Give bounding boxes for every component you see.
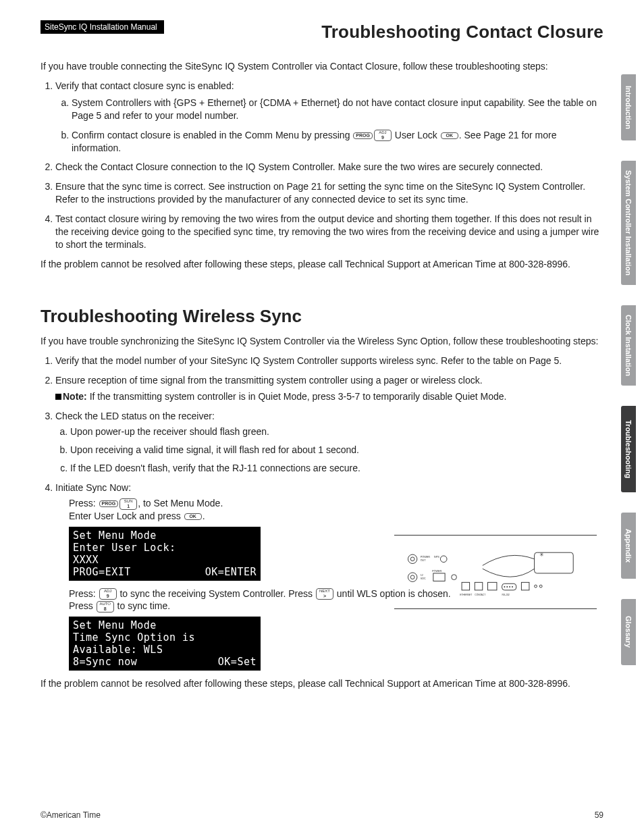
list-item: Ensure reception of time signal from the… — [55, 374, 603, 404]
svg-point-18 — [506, 586, 508, 588]
section2-list: Verify that the model number of your Sit… — [41, 355, 603, 671]
svg-text:CONTACT: CONTACT — [475, 594, 485, 596]
item-text: Verify that contact closure sync is enab… — [55, 80, 234, 91]
prog-key-icon: PROG — [99, 500, 119, 507]
section1-list: Verify that contact closure sync is enab… — [41, 80, 603, 251]
enter-text: . — [203, 511, 205, 521]
item-text: Confirm contact closure is enabled in th… — [72, 130, 352, 140]
item-text: User Lock — [392, 130, 440, 140]
lcd-line: 8=Sync now — [73, 656, 137, 668]
section2-intro: If you have trouble synchronizing the Si… — [41, 335, 603, 348]
svg-point-6 — [408, 573, 417, 581]
note-label: Note: — [63, 391, 87, 402]
footer-copyright: ©American Time — [41, 810, 101, 820]
press-text: to sync time. — [115, 600, 170, 611]
svg-point-19 — [509, 586, 510, 588]
page-number: 59 — [595, 810, 603, 820]
press-text: Press: — [69, 498, 99, 509]
list-item: Check the Contact Closure connection to … — [55, 161, 603, 174]
svg-rect-14 — [475, 582, 483, 590]
section2-outro: If the problem cannot be resolved after … — [41, 677, 603, 690]
press-text: Press: — [69, 588, 99, 599]
lcd-display: Set Menu Mode Enter User Lock: XXXX PROG… — [69, 527, 261, 581]
svg-text:✳: ✳ — [539, 552, 544, 558]
tab-appendix[interactable]: Appendix — [621, 513, 636, 579]
svg-text:POWER: POWER — [432, 570, 442, 573]
list-item: Verify that contact closure sync is enab… — [55, 80, 603, 154]
tab-troubleshooting[interactable]: Troubleshooting — [621, 406, 636, 492]
lcd-line: Enter User Lock: — [73, 542, 257, 554]
ok-key-icon: OK — [441, 132, 458, 139]
lcd-display: Set Menu Mode Time Sync Option is Availa… — [69, 617, 261, 671]
list-item: If the LED doesn't flash, verify that th… — [70, 462, 603, 475]
section2-title: Troubleshooting Wireless Sync — [41, 305, 603, 328]
next-key-icon: NEXT> — [316, 588, 333, 600]
list-item: Verify that the model number of your Sit… — [55, 355, 603, 367]
svg-rect-10 — [433, 573, 445, 581]
adj9-key-icon: ADJ9 — [99, 588, 117, 600]
list-item: Ensure that the sync time is correct. Se… — [55, 180, 603, 206]
tab-introduction[interactable]: Introduction — [621, 74, 636, 140]
svg-text:12: 12 — [421, 574, 423, 577]
svg-point-20 — [512, 586, 513, 588]
list-item: Upon receiving a valid time signal, it w… — [70, 444, 603, 457]
svg-point-12 — [452, 575, 457, 580]
svg-text:RS-232: RS-232 — [502, 594, 510, 596]
page-title: Troubleshooting Contact Closure — [321, 20, 603, 44]
lcd-line: Available: WLS — [73, 644, 257, 656]
svg-point-22 — [535, 585, 537, 588]
svg-point-17 — [504, 586, 505, 588]
press-text: to sync the receiving System Controller.… — [117, 588, 315, 599]
svg-text:VDC: VDC — [421, 577, 426, 580]
press-text: Press — [69, 600, 96, 611]
prog-key-icon: PROG — [353, 132, 373, 139]
svg-text:GPS: GPS — [434, 556, 440, 558]
list-item: Check the LED status on the receiver: Up… — [55, 410, 603, 475]
item-text: Check the LED status on the receiver: — [55, 411, 215, 421]
svg-text:POWER: POWER — [421, 556, 431, 558]
tab-system-controller[interactable]: System Controller Installation — [621, 161, 636, 285]
enter-text: Enter User Lock and press — [69, 511, 184, 521]
lcd-line: OK=ENTER — [205, 566, 257, 578]
list-item: System Controllers with {GPS + Ethernet}… — [72, 97, 603, 122]
svg-point-1 — [410, 557, 414, 561]
note-text: If the transmitting system controller is… — [87, 391, 507, 402]
svg-text:OUT: OUT — [421, 559, 427, 562]
lcd-line: Set Menu Mode — [73, 529, 257, 542]
lcd-line: Time Sync Option is — [73, 631, 257, 644]
ok-key-icon: OK — [184, 513, 202, 520]
side-tabs: Introduction System Controller Installat… — [621, 74, 644, 685]
item-text: Ensure reception of time signal from the… — [55, 375, 483, 386]
tab-glossary[interactable]: Glossary — [621, 599, 636, 665]
lcd-line: XXXX — [73, 554, 257, 566]
svg-rect-13 — [462, 582, 470, 590]
lcd-line: PROG=EXIT — [73, 566, 131, 578]
list-item: Confirm contact closure is enabled in th… — [72, 129, 603, 155]
svg-point-23 — [539, 585, 542, 588]
section1-outro: If the problem cannot be resolved after … — [41, 258, 603, 271]
square-bullet-icon — [55, 394, 61, 400]
wiring-diagram: POWER OUT GPS 12 VDC POWER ✳ ETHERNET CO… — [394, 535, 597, 609]
svg-point-0 — [408, 554, 417, 563]
svg-rect-15 — [487, 582, 496, 590]
list-item: Upon power-up the receiver should flash … — [70, 425, 603, 438]
svg-text:ETHERNET: ETHERNET — [460, 594, 472, 596]
manual-tag: SiteSync IQ Installation Manual — [41, 20, 164, 34]
sun1-key-icon: SUN1 — [119, 498, 137, 510]
adj9-key-icon: ADJ9 — [374, 130, 392, 141]
section1-intro: If you have trouble connecting the SiteS… — [41, 60, 603, 73]
press-text: , to Set Menu Mode. — [138, 498, 223, 509]
item-text: Initiate Sync Now: — [55, 482, 131, 493]
svg-point-7 — [410, 575, 414, 579]
auto8-key-icon: AUTO8 — [97, 601, 114, 613]
svg-rect-21 — [521, 582, 529, 590]
tab-clock-installation[interactable]: Clock Installation — [621, 305, 636, 386]
lcd-line: Set Menu Mode — [73, 619, 257, 631]
svg-point-4 — [440, 556, 447, 563]
lcd-line: OK=Set — [218, 656, 257, 668]
list-item: Test contact closure wiring by removing … — [55, 213, 603, 251]
